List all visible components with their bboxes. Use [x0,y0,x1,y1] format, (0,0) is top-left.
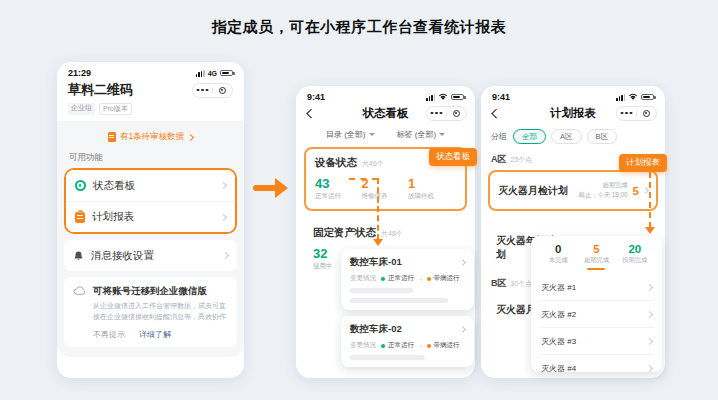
placeholder-bar [350,288,413,293]
item-label: 灭火器 #1 [541,282,576,293]
list-item[interactable]: 灭火器 #2 [539,300,654,327]
message-settings-card: 消息接收设置 [64,240,237,271]
status-from: 正常运行 [388,341,414,350]
signal-icon [426,94,435,101]
nav-title: 计划报表 [550,106,596,121]
chip-all[interactable]: 全部 [513,129,546,144]
menu-item-plan-report[interactable]: 计划报表 [66,201,235,232]
stat-label: 超期完成 [577,256,615,265]
miniprogram-capsule[interactable] [426,106,467,121]
list-item[interactable]: 灭火器 #1 [539,274,654,300]
filter-directory[interactable]: 目录 (全部) [326,129,375,140]
machine-title: 数控车床-02 [350,323,402,336]
status-from: 正常运行 [388,274,414,283]
battery-icon [641,94,654,101]
app-title: 草料二维码 [68,81,133,99]
status-bar: 9:41 [296,86,475,102]
filter-label: 目录 (全部) [326,129,366,140]
tab-on-time-done[interactable]: 20 按期完成 [616,243,654,270]
card-count: 共46个 [362,159,384,169]
stat-label: 未完成 [539,256,577,265]
highlighted-menu-group: 状态看板 计划报表 [64,168,237,234]
menu-label: 计划报表 [92,210,134,224]
miniprogram-capsule[interactable] [192,83,233,98]
card-title: 固定资产状态 [313,226,376,240]
learn-more-link[interactable]: 详细了解 [139,329,171,340]
close-circle-icon[interactable] [643,110,650,117]
plan-status: 超期完成 [579,181,628,190]
stat-value: 20 [616,243,654,255]
menu-item-message-settings[interactable]: 消息接收设置 [64,240,237,271]
arrow-down-icon [373,239,383,246]
tab-overdue-done[interactable]: 5 超期完成 [577,243,615,270]
list-item[interactable]: 灭火器 #3 [539,327,654,354]
change-label: 变更情况 [350,341,376,350]
plan-card-monthly[interactable]: 灭火器月检计划 超期完成 截止：今天 18:00 5 [488,170,658,211]
page-title: 指定成员，可在小程序工作台查看统计报表 [0,18,718,37]
status-bar: 9:41 [481,86,665,102]
plan-deadline: 截止：今天 18:00 [579,191,628,200]
chevron-right-icon [459,259,466,266]
item-label: 灭火器 #4 [541,363,576,374]
caret-down-icon [439,133,445,136]
plan-detail-popup: 0 未完成 5 超期完成 20 按期完成 灭火器 #1 [531,236,662,372]
stat-label: 故障停机 [408,192,455,201]
zone-count: 30个点 [511,279,533,289]
account-tag: 企业组 [68,103,95,115]
stat-label: 维修保养 [362,192,409,201]
item-label: 灭火器 #2 [541,309,576,320]
group-filter-label: 分组 [491,131,507,142]
chevron-right-icon [646,310,653,317]
stat-value: 1 [408,176,455,191]
group-filter-bar: 分组 全部 A区 B区 [481,124,665,147]
close-circle-icon[interactable] [453,110,460,117]
phone-plan-report: 9:41 计划报表 分组 全部 A区 B区 A区 25个点 灭火 [481,86,665,378]
status-dot-orange [427,277,431,281]
chevron-right-icon [220,214,227,221]
more-icon[interactable] [435,112,438,115]
zone-name: A区 [491,153,507,166]
document-icon [108,132,116,142]
plan-count: 5 [633,185,639,197]
migration-body: 从企业微信进入工作台管理数据，成员可直接在企业微信接收到提醒消息等，高效协作 [93,301,228,323]
nav-bar: 状态看板 [296,102,475,124]
miniprogram-capsule[interactable] [616,106,657,121]
dismiss-link[interactable]: 不再提示 [93,329,125,340]
chip-zone-a[interactable]: A区 [551,129,582,144]
back-icon[interactable] [307,108,316,117]
back-icon[interactable] [492,108,501,117]
menu-item-status-board[interactable]: 状态看板 [66,170,235,201]
chip-zone-b[interactable]: B区 [587,129,618,144]
phone-status-board: 9:41 状态看板 目录 (全部) 标签 (全部) [296,86,475,378]
placeholder-bar [350,298,448,303]
clipboard-icon [75,212,85,224]
clock: 21:29 [68,68,91,78]
plan-report-badge: 计划报表 [619,154,667,172]
dashed-connector [377,178,379,240]
arrow-right-icon: → [417,275,424,282]
workbench-body: 有1条待审核数据 可用功能 状态看板 计划报表 消息接 [57,121,244,357]
plan-tag: Pro版本 [99,103,132,115]
gauge-icon [75,180,86,191]
list-item[interactable]: 灭火器 #4 [539,354,654,381]
stat-value: 5 [577,243,615,255]
machine-card[interactable]: 数控车床-02 变更情况 正常运行 → 带病运行 [341,316,474,367]
app-header: 草料二维码 企业组 Pro版本 [57,78,244,121]
status-dot-orange [427,344,431,348]
dashed-connector [349,178,378,180]
section-label: 可用功能 [57,147,244,168]
nav-title: 状态看板 [363,106,409,121]
status-board-badge: 状态看板 [429,148,477,166]
more-icon[interactable] [625,112,628,115]
filter-tag[interactable]: 标签 (全部) [397,129,446,140]
clock: 9:41 [492,92,510,102]
close-circle-icon[interactable] [219,87,226,94]
tab-not-done[interactable]: 0 未完成 [539,243,577,270]
zone-name: B区 [491,277,507,290]
more-icon[interactable] [201,89,204,92]
pending-review-notice[interactable]: 有1条待审核数据 [57,131,244,143]
signal-icon [616,94,625,101]
machine-card[interactable]: 数控车床-01 变更情况 正常运行 → 带病运行 [341,249,474,310]
item-label: 灭火器 #3 [541,336,576,347]
stat-value: 0 [539,243,577,255]
